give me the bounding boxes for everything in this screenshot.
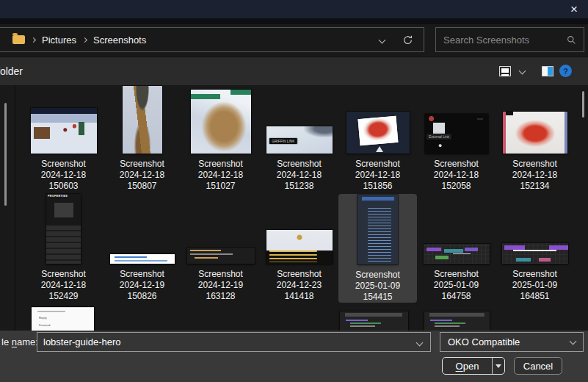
- thumbnail-overlay-text: GRIFFIN LINK: [269, 138, 297, 144]
- file-name-label: Screenshot 2025-01-09 164851: [512, 269, 557, 302]
- file-item-partial[interactable]: Reply Forward: [32, 307, 94, 331]
- search-box: [435, 27, 584, 52]
- close-icon: ×: [570, 3, 578, 15]
- title-bar: ×: [0, 0, 588, 18]
- command-bar: folder ?: [0, 57, 588, 85]
- file-item[interactable]: Screenshot 2025-01-09 164851: [496, 194, 574, 302]
- file-thumbnail: [191, 90, 251, 154]
- file-name-label: Screenshot 2024-12-18 151238: [277, 159, 322, 192]
- navigation-row: Pictures Screenshots: [0, 24, 588, 57]
- file-thumbnail: [31, 108, 97, 154]
- file-item[interactable]: Screenshot 2024-12-23 141418: [260, 194, 338, 302]
- open-button[interactable]: Open: [442, 357, 505, 375]
- right-scrollbar-thumb[interactable]: [582, 91, 584, 118]
- file-name-label: Screenshot 2024-12-18 152134: [512, 159, 557, 192]
- thumbnail-overlay-text: External Link: [427, 134, 451, 140]
- address-dropdown-icon[interactable]: [379, 36, 386, 43]
- titlebar-divider: [0, 18, 588, 24]
- open-file-dialog: × Pictures Screenshots folder ?: [0, 0, 588, 382]
- file-name-label: Screenshot 2025-01-09 164758: [434, 269, 479, 302]
- file-thumbnail: [357, 195, 398, 264]
- address-bar[interactable]: Pictures Screenshots: [0, 27, 424, 52]
- search-icon: [567, 35, 576, 45]
- file-name-label: Screenshot 2024-12-18 151856: [355, 159, 400, 192]
- file-name-label: Screenshot 2024-12-19 150826: [120, 269, 164, 302]
- file-item-partial[interactable]: [424, 311, 490, 331]
- dropdown-arrow-icon: [496, 364, 501, 368]
- file-item[interactable]: Screenshot 2024-12-19 150826: [103, 194, 181, 302]
- chevron-down-icon: [570, 337, 577, 345]
- folder-icon: [12, 35, 25, 44]
- chevron-right-icon: [82, 37, 87, 42]
- file-item[interactable]: PROPERTIES Screenshot 2024-12-18 152429: [24, 194, 103, 302]
- view-mode-icon[interactable]: [499, 66, 511, 76]
- file-thumbnail: External Link: [425, 114, 488, 154]
- file-item[interactable]: External Link Screenshot 2024-12-18 1520…: [417, 87, 496, 193]
- left-scrollbar-thumb[interactable]: [4, 103, 7, 206]
- file-name-label: Screenshot 2024-12-18 151027: [198, 159, 243, 192]
- file-thumbnail: [123, 86, 162, 154]
- search-input[interactable]: [436, 35, 567, 46]
- file-list: Screenshot 2024-12-18 150603 Screenshot …: [0, 85, 588, 331]
- lobster-screen-graphic: [357, 116, 398, 145]
- thumbnail-overlay-text: PROPERTIES: [48, 195, 68, 198]
- dialog-footer: le name: OKO Compatible Open Cancel: [0, 331, 588, 382]
- file-name-label: Screenshot 2024-12-18 152429: [41, 269, 86, 302]
- file-thumbnail: [424, 244, 490, 264]
- close-button[interactable]: ×: [565, 1, 584, 17]
- file-thumbnail: [346, 112, 410, 154]
- file-item-selected[interactable]: Screenshot 2025-01-09 154415: [338, 194, 417, 303]
- chevron-right-icon: [31, 37, 36, 42]
- breadcrumb-screenshots[interactable]: Screenshots: [93, 35, 146, 46]
- file-name-label: Screenshot 2024-12-23 141418: [277, 269, 322, 302]
- file-thumbnail: [266, 230, 333, 264]
- file-name-label: Screenshot 2024-12-18 150807: [120, 159, 164, 192]
- file-name-label: Screenshot 2024-12-19 163128: [198, 269, 243, 302]
- file-thumbnail: [110, 254, 175, 264]
- breadcrumb-pictures[interactable]: Pictures: [42, 35, 76, 46]
- file-thumbnail: GRIFFIN LINK: [266, 126, 333, 154]
- new-folder-button[interactable]: folder: [0, 65, 23, 77]
- file-item[interactable]: Screenshot 2025-01-09 164758: [417, 194, 496, 302]
- file-name-label: Screenshot 2024-12-18 150603: [41, 159, 86, 192]
- file-type-select[interactable]: OKO Compatible: [440, 332, 584, 352]
- file-item[interactable]: GRIFFIN LINK Screenshot 2024-12-18 15123…: [260, 87, 338, 193]
- easel-graphic: [376, 146, 383, 152]
- file-name-input[interactable]: [37, 332, 431, 352]
- file-thumbnail: [187, 248, 255, 264]
- file-item[interactable]: Screenshot 2024-12-18 150807: [103, 87, 181, 193]
- file-item[interactable]: Screenshot 2024-12-18 151027: [181, 87, 260, 193]
- cancel-button[interactable]: Cancel: [514, 357, 562, 375]
- open-dropdown-button[interactable]: [493, 364, 504, 368]
- view-dropdown-icon[interactable]: [519, 68, 526, 75]
- pane-divider: [15, 85, 15, 331]
- file-item-partial[interactable]: [340, 311, 408, 331]
- file-thumbnail: [502, 243, 568, 264]
- preview-pane-icon[interactable]: [542, 66, 553, 76]
- file-thumbnail: [503, 112, 567, 154]
- thumbnail-overlay-text: Forward: [39, 324, 50, 327]
- file-name-label: Screenshot 2024-12-18 152058: [434, 159, 479, 192]
- file-item[interactable]: Screenshot 2024-12-19 163128: [181, 194, 260, 302]
- file-type-value: OKO Compatible: [448, 336, 520, 347]
- file-thumbnail: PROPERTIES: [46, 194, 81, 264]
- help-icon[interactable]: ?: [559, 65, 572, 77]
- file-item[interactable]: Screenshot 2024-12-18 151856: [338, 87, 417, 193]
- thumbnail-overlay-text: Reply: [39, 316, 47, 319]
- file-name-field-label: le name:: [1, 336, 38, 347]
- file-item[interactable]: Screenshot 2024-12-18 152134: [496, 87, 574, 193]
- file-name-label: Screenshot 2025-01-09 154415: [355, 270, 400, 303]
- file-item[interactable]: Screenshot 2024-12-18 150603: [24, 87, 103, 193]
- refresh-icon[interactable]: [402, 35, 413, 46]
